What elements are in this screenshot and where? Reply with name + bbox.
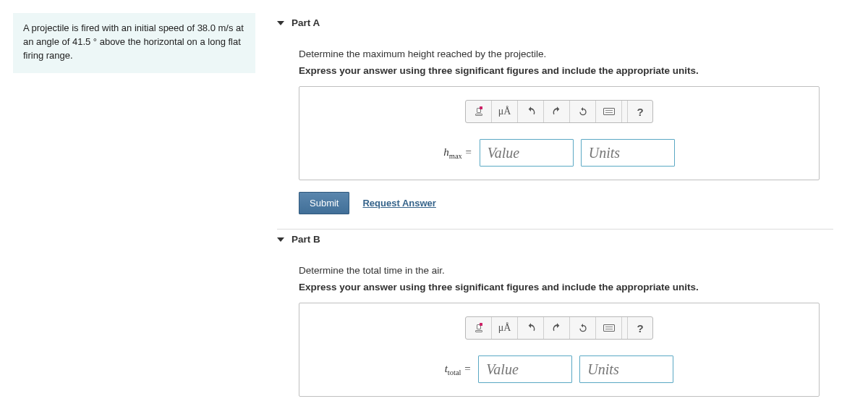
- reset-button[interactable]: [570, 317, 596, 339]
- symbols-button[interactable]: μÅ: [492, 317, 518, 339]
- part-b-answer-box: μÅ: [299, 303, 820, 397]
- part-b-toggle[interactable]: Part B: [277, 230, 833, 249]
- part-b-units-input[interactable]: [579, 355, 673, 383]
- part-b: Part B Determine the total time in the a…: [277, 230, 833, 404]
- part-a-request-answer-link[interactable]: Request Answer: [362, 198, 435, 209]
- part-a: Part A Determine the maximum height reac…: [277, 13, 833, 230]
- part-a-variable: hmax =: [443, 146, 472, 160]
- main-content: Part A Determine the maximum height reac…: [277, 13, 855, 404]
- reset-button[interactable]: [570, 101, 596, 122]
- redo-button[interactable]: [544, 317, 570, 339]
- keyboard-icon: [603, 324, 615, 332]
- part-a-toolbar: μÅ: [465, 100, 653, 123]
- part-a-answer-box: μÅ: [299, 86, 820, 180]
- part-a-instruction: Express your answer using three signific…: [299, 65, 833, 76]
- part-b-question: Determine the total time in the air.: [299, 265, 833, 276]
- part-a-submit-button[interactable]: Submit: [299, 192, 349, 214]
- part-b-variable: ttotal =: [445, 363, 472, 376]
- problem-statement: A projectile is fired with an initial sp…: [13, 13, 255, 73]
- templates-icon: [475, 108, 482, 116]
- help-button[interactable]: ?: [628, 101, 652, 122]
- mu-angstrom-icon: μÅ: [498, 106, 511, 117]
- part-a-units-input[interactable]: [581, 139, 675, 167]
- undo-icon: [525, 322, 537, 334]
- templates-button[interactable]: [466, 101, 492, 122]
- redo-icon: [551, 106, 563, 117]
- part-a-toggle[interactable]: Part A: [277, 13, 833, 33]
- part-a-input-row: hmax =: [312, 139, 806, 167]
- redo-button[interactable]: [544, 101, 570, 122]
- part-b-input-row: ttotal =: [312, 355, 806, 383]
- toolbar-divider: [622, 101, 628, 122]
- part-b-title: Part B: [292, 234, 320, 245]
- redo-icon: [551, 322, 563, 334]
- toolbar-divider: [622, 317, 628, 339]
- keyboard-button[interactable]: [596, 101, 622, 122]
- symbols-button[interactable]: μÅ: [492, 101, 518, 122]
- undo-icon: [525, 106, 537, 117]
- part-b-instruction: Express your answer using three signific…: [299, 282, 833, 293]
- undo-button[interactable]: [518, 101, 544, 122]
- caret-down-icon: [277, 21, 284, 25]
- help-button[interactable]: ?: [628, 317, 652, 339]
- part-a-question: Determine the maximum height reached by …: [299, 49, 833, 59]
- templates-icon: [475, 324, 482, 332]
- problem-text: A projectile is fired with an initial sp…: [23, 22, 244, 61]
- reset-icon: [577, 322, 589, 334]
- mu-angstrom-icon: μÅ: [498, 322, 511, 334]
- keyboard-button[interactable]: [596, 317, 622, 339]
- help-icon: ?: [637, 106, 643, 118]
- keyboard-icon: [603, 108, 615, 115]
- part-b-value-input[interactable]: [478, 355, 572, 383]
- templates-button[interactable]: [466, 317, 492, 339]
- reset-icon: [577, 106, 589, 117]
- part-a-value-input[interactable]: [480, 139, 574, 167]
- part-b-toolbar: μÅ: [465, 316, 653, 340]
- part-a-title: Part A: [292, 17, 320, 28]
- undo-button[interactable]: [518, 317, 544, 339]
- caret-down-icon: [277, 237, 284, 242]
- help-icon: ?: [637, 322, 643, 334]
